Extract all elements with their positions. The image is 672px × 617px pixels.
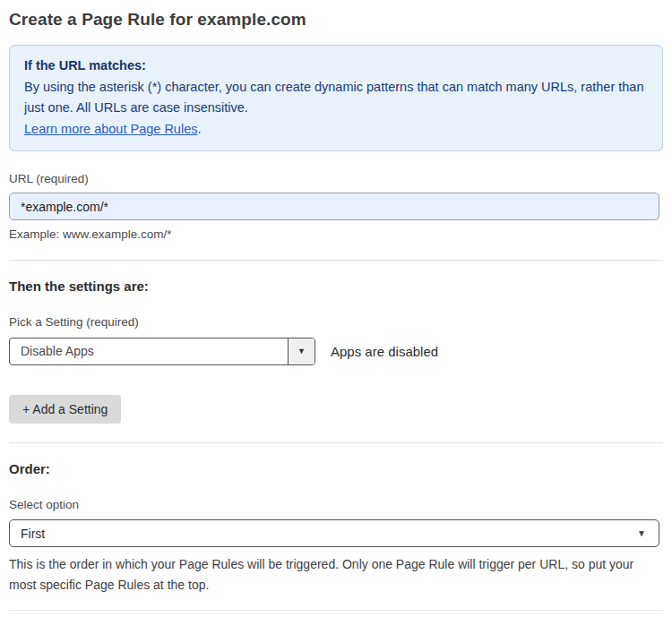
footer-divider [9, 610, 663, 611]
order-helper-text: This is the order in which your Page Rul… [9, 554, 654, 596]
order-select-label: Select option [9, 498, 663, 511]
setting-status-text: Apps are disabled [331, 344, 438, 359]
url-input[interactable] [9, 193, 659, 220]
setting-label: Pick a Setting (required) [9, 315, 663, 329]
url-match-info-box: If the URL matches: By using the asteris… [9, 45, 663, 151]
setting-select-arrow-button[interactable]: ▼ [288, 338, 314, 364]
settings-heading: Then the settings are: [9, 279, 663, 294]
page-rule-form: Create a Page Rule for example.com If th… [0, 10, 672, 617]
order-select[interactable]: First ▼ [9, 519, 659, 547]
section-divider [9, 442, 663, 443]
section-divider [9, 260, 663, 261]
link-suffix: . [197, 122, 201, 136]
setting-select[interactable]: Disable Apps ▼ [9, 338, 315, 365]
info-box-body: By using the asterisk (*) character, you… [24, 77, 648, 118]
setting-select-value: Disable Apps [10, 338, 288, 364]
order-heading: Order: [9, 461, 663, 476]
add-setting-button[interactable]: + Add a Setting [9, 395, 121, 424]
chevron-down-icon: ▼ [637, 529, 659, 538]
page-title: Create a Page Rule for example.com [9, 10, 663, 30]
order-select-value: First [10, 527, 637, 541]
learn-more-link[interactable]: Learn more about Page Rules [24, 122, 197, 136]
setting-row: Disable Apps ▼ Apps are disabled [9, 338, 663, 365]
url-example-helper: Example: www.example.com/* [9, 227, 663, 241]
info-box-heading: If the URL matches: [24, 56, 648, 76]
chevron-down-icon: ▼ [297, 347, 306, 356]
url-label: URL (required) [9, 172, 663, 185]
info-link-line: Learn more about Page Rules. [24, 119, 648, 140]
